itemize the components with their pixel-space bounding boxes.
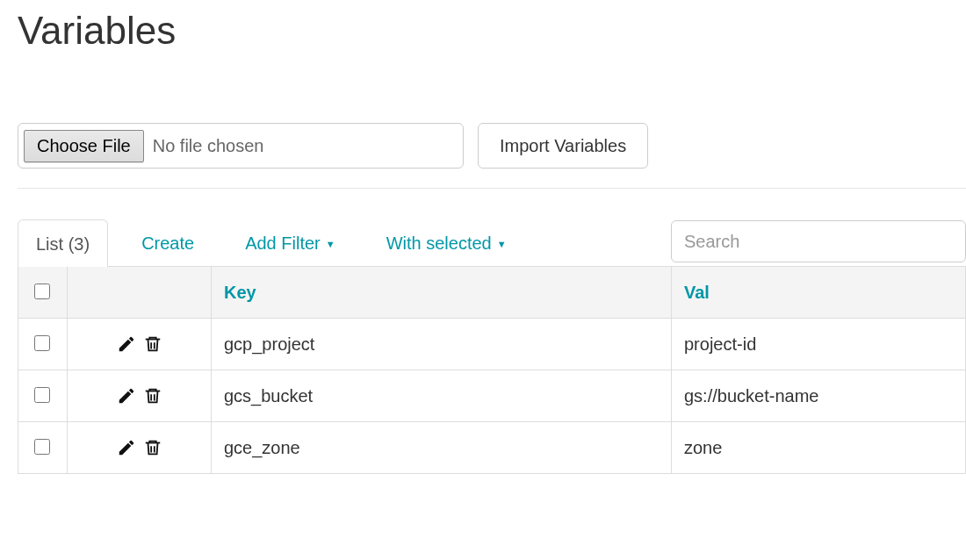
trash-icon[interactable] <box>143 334 162 354</box>
table-row: gcs_bucket gs://bucket-name <box>18 370 966 422</box>
tab-list[interactable]: List (3) <box>18 219 108 267</box>
select-all-checkbox[interactable] <box>34 284 50 299</box>
cell-val: zone <box>672 422 966 474</box>
search-input[interactable] <box>671 220 966 262</box>
row-checkbox[interactable] <box>34 387 50 403</box>
column-header-select <box>18 267 68 319</box>
file-chooser: Choose File No file chosen <box>18 123 464 169</box>
tabs-row: List (3) Create Add Filter ▼ With select… <box>18 213 966 266</box>
table-row: gcp_project project-id <box>18 319 966 370</box>
cell-val: project-id <box>672 319 966 370</box>
edit-icon[interactable] <box>117 386 136 406</box>
add-filter-dropdown[interactable]: Add Filter ▼ <box>227 219 352 266</box>
caret-down-icon: ▼ <box>497 239 507 249</box>
add-filter-label: Add Filter <box>245 233 321 254</box>
row-actions <box>80 438 198 457</box>
caret-down-icon: ▼ <box>326 239 335 249</box>
cell-key: gce_zone <box>212 422 672 474</box>
column-header-val[interactable]: Val <box>672 267 966 319</box>
trash-icon[interactable] <box>143 386 162 406</box>
cell-val: gs://bucket-name <box>672 370 966 422</box>
tab-create[interactable]: Create <box>124 219 212 266</box>
row-actions <box>80 386 198 406</box>
table-row: gce_zone zone <box>18 422 966 474</box>
row-checkbox[interactable] <box>34 439 50 455</box>
column-header-key[interactable]: Key <box>212 267 672 319</box>
import-variables-button[interactable]: Import Variables <box>478 123 648 169</box>
row-checkbox[interactable] <box>34 335 50 351</box>
with-selected-label: With selected <box>386 233 492 254</box>
edit-icon[interactable] <box>117 438 136 457</box>
cell-key: gcs_bucket <box>212 370 672 422</box>
file-status-text: No file chosen <box>153 136 264 156</box>
row-actions <box>80 334 198 354</box>
search-wrap <box>671 220 966 266</box>
cell-key: gcp_project <box>212 319 672 370</box>
choose-file-button[interactable]: Choose File <box>24 130 144 162</box>
column-header-actions <box>68 267 212 319</box>
trash-icon[interactable] <box>143 438 162 457</box>
tab-create-label: Create <box>141 233 194 254</box>
with-selected-dropdown[interactable]: With selected ▼ <box>369 219 524 266</box>
import-row: Choose File No file chosen Import Variab… <box>18 123 966 189</box>
variables-table: Key Val gcp_project project-id <box>18 266 966 474</box>
page-title: Variables <box>18 9 966 53</box>
edit-icon[interactable] <box>117 334 136 354</box>
